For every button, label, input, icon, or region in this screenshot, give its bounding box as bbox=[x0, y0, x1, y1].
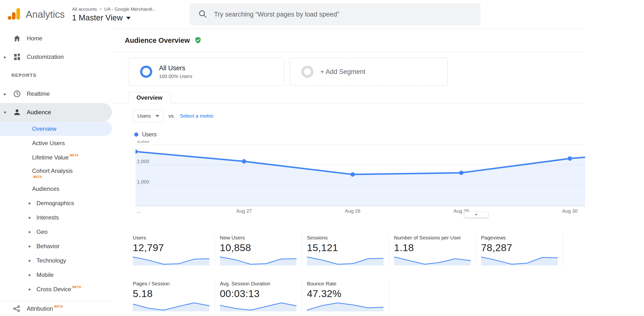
metric-label: Avg. Session Duration bbox=[220, 281, 302, 287]
sidebar-item-demographics[interactable]: ▸ Demographics bbox=[0, 196, 112, 210]
metric-card-avg-session-duration: Avg. Session Duration 00:03:13 bbox=[220, 281, 302, 312]
sidebar-item-label: Audiences bbox=[32, 185, 59, 192]
metric-label: Users bbox=[133, 235, 214, 241]
metric-label: Pageviews bbox=[481, 235, 563, 241]
svg-text:3,000: 3,000 bbox=[137, 141, 149, 144]
chevron-right-icon: ▸ bbox=[4, 92, 6, 96]
sidebar-item-realtime[interactable]: ▸ Realtime bbox=[0, 85, 112, 103]
customization-icon bbox=[13, 52, 22, 61]
svg-text:...: ... bbox=[136, 208, 140, 214]
legend-dot-icon bbox=[134, 132, 138, 137]
view-selector[interactable]: 1 Master View bbox=[72, 13, 156, 22]
metric-value: 78,287 bbox=[481, 242, 563, 253]
sidebar-item-label: Realtime bbox=[27, 90, 50, 97]
annotations-toggle[interactable] bbox=[464, 212, 488, 218]
segment-bar: All Users 100.00% Users + Add Segment bbox=[112, 52, 585, 92]
view-name: 1 Master View bbox=[72, 13, 122, 22]
svg-text:Aug 30: Aug 30 bbox=[562, 208, 577, 214]
metric-label: Bounce Rate bbox=[307, 281, 389, 287]
metric-card-pages-per-session: Pages / Session 5.18 bbox=[133, 281, 215, 312]
sidebar-item-behavior[interactable]: ▸ Behavior bbox=[0, 239, 112, 253]
add-segment-label: + Add Segment bbox=[320, 68, 365, 76]
sidebar-item-technology[interactable]: ▸ Technology bbox=[0, 253, 112, 268]
metric-card-sessions-per-user: Number of Sessions per User 1.18 bbox=[394, 235, 476, 266]
sidebar-item-audience[interactable]: ▾ Audience bbox=[0, 103, 112, 122]
chevron-right-icon: ▸ bbox=[29, 215, 31, 220]
sidebar-item-label: Home bbox=[27, 35, 42, 42]
sidebar-item-active-users[interactable]: Active Users bbox=[0, 136, 112, 150]
sidebar-item-cohort-analysis[interactable]: Cohort Analysis BETA bbox=[0, 165, 112, 182]
audience-icon bbox=[13, 108, 22, 117]
ga-logo-home-link[interactable]: Analytics bbox=[0, 6, 65, 22]
users-line-chart: 1,0002,0003,000...Aug 27Aug 28Aug 29Aug … bbox=[136, 141, 585, 214]
attribution-icon bbox=[12, 304, 21, 313]
sidebar-item-overview[interactable]: Overview bbox=[0, 122, 112, 136]
sidebar: Home ▸ Customization REPORTS ▸ bbox=[0, 29, 112, 316]
sidebar-item-mobile[interactable]: ▸ Mobile bbox=[0, 268, 112, 282]
sidebar-item-label: Demographics bbox=[36, 200, 74, 207]
beta-badge: BETA bbox=[72, 285, 81, 289]
metric-toolbar: Users vs. Select a metric bbox=[133, 110, 585, 122]
segment-subtitle: 100.00% Users bbox=[159, 74, 192, 79]
sparkline bbox=[307, 255, 384, 266]
sidebar-item-interests[interactable]: ▸ Interests bbox=[0, 210, 112, 225]
vs-label: vs. bbox=[168, 113, 175, 119]
sidebar-item-customization[interactable]: ▸ Customization bbox=[0, 48, 112, 66]
app-header: Analytics All accounts > UA - Google Mer… bbox=[0, 0, 644, 29]
metric-card-new-users: New Users 10,858 bbox=[220, 235, 302, 266]
chevron-down-icon bbox=[475, 214, 478, 216]
select-a-metric-link[interactable]: Select a metric bbox=[180, 113, 214, 119]
beta-badge: BETA bbox=[70, 153, 78, 157]
add-segment-button[interactable]: + Add Segment bbox=[290, 58, 448, 86]
search-icon bbox=[198, 9, 207, 19]
metric-card-users: Users 12,797 bbox=[133, 235, 215, 266]
sidebar-item-audiences[interactable]: Audiences bbox=[0, 182, 112, 196]
metric-card-sessions: Sessions 15,121 bbox=[307, 235, 389, 266]
caret-down-icon bbox=[156, 115, 159, 117]
metric-select[interactable]: Users bbox=[133, 110, 164, 122]
beta-badge: BETA bbox=[54, 305, 63, 308]
metric-value: 15,121 bbox=[307, 242, 389, 253]
breadcrumb-separator: > bbox=[100, 7, 102, 12]
sidebar-item-cross-device[interactable]: ▸ Cross Device BETA bbox=[0, 282, 112, 296]
sidebar-item-attribution[interactable]: Attribution BETA bbox=[0, 301, 112, 316]
chart-legend: Users bbox=[134, 131, 585, 137]
add-segment-icon bbox=[301, 66, 314, 78]
sidebar-item-lifetime-value[interactable]: Lifetime Value BETA bbox=[0, 150, 112, 165]
sidebar-item-label: Attribution bbox=[27, 305, 53, 312]
line-chart-canvas: 1,0002,0003,000...Aug 27Aug 28Aug 29Aug … bbox=[136, 141, 585, 214]
realtime-icon bbox=[13, 89, 22, 98]
segment-all-users[interactable]: All Users 100.00% Users bbox=[128, 58, 284, 86]
sparkline bbox=[307, 301, 384, 312]
verified-shield-icon[interactable] bbox=[194, 36, 202, 45]
search-bar[interactable] bbox=[190, 3, 480, 25]
caret-down-icon bbox=[126, 17, 130, 19]
sidebar-item-label: Lifetime Value bbox=[32, 154, 68, 161]
sidebar-item-label: Interests bbox=[36, 214, 59, 221]
search-input[interactable] bbox=[214, 11, 433, 18]
scorecards: Users 12,797 New Users 10,858 Sessions 1… bbox=[133, 235, 585, 312]
metric-label: Sessions bbox=[307, 235, 389, 241]
breadcrumb-all-accounts[interactable]: All accounts bbox=[72, 6, 97, 12]
chevron-right-icon: ▸ bbox=[29, 244, 31, 248]
tab-overview[interactable]: Overview bbox=[128, 92, 171, 103]
chevron-right-icon: ▸ bbox=[29, 273, 31, 277]
sidebar-item-label: Geo bbox=[36, 229, 48, 235]
breadcrumb-property[interactable]: UA - Google Merchandi... bbox=[104, 6, 156, 12]
sidebar-item-geo[interactable]: ▸ Geo bbox=[0, 225, 112, 239]
breadcrumb: All accounts > UA - Google Merchandi... bbox=[72, 6, 156, 12]
chevron-right-icon: ▸ bbox=[29, 287, 31, 292]
sidebar-item-label: Mobile bbox=[36, 272, 54, 278]
svg-text:Aug 28: Aug 28 bbox=[345, 208, 360, 214]
legend-label: Users bbox=[142, 131, 156, 138]
metric-value: 00:03:13 bbox=[220, 288, 302, 299]
segment-title: All Users bbox=[159, 64, 192, 72]
chevron-right-icon: ▸ bbox=[29, 258, 31, 263]
page-title: Audience Overview bbox=[125, 36, 190, 44]
sparkline bbox=[133, 255, 210, 266]
sidebar-item-home[interactable]: Home bbox=[0, 29, 112, 48]
metric-select-value: Users bbox=[138, 113, 151, 119]
metric-card-pageviews: Pageviews 78,287 bbox=[481, 235, 563, 266]
sparkline bbox=[394, 255, 470, 266]
sidebar-item-label: Customization bbox=[27, 53, 64, 60]
